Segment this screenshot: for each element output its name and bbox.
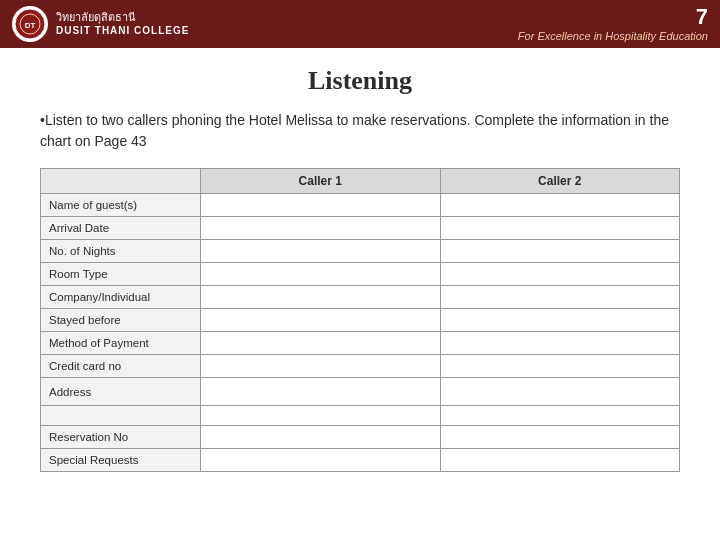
caller2-creditcard bbox=[440, 355, 680, 378]
caller1-name bbox=[201, 194, 441, 217]
logo-text: วิทยาลัยดุสิตธานี DUSIT THANI COLLEGE bbox=[56, 11, 189, 36]
logo-area: DT วิทยาลัยดุสิตธานี DUSIT THANI COLLEGE bbox=[12, 6, 189, 42]
caller1-stayed bbox=[201, 309, 441, 332]
caller2-roomtype bbox=[440, 263, 680, 286]
row-label-nights: No. of Nights bbox=[41, 240, 201, 263]
caller2-address bbox=[440, 378, 680, 406]
table-row: Address bbox=[41, 378, 680, 406]
caller1-address bbox=[201, 378, 441, 406]
caller1-creditcard bbox=[201, 355, 441, 378]
row-label-special: Special Requests bbox=[41, 449, 201, 472]
caller2-name bbox=[440, 194, 680, 217]
table-row: Name of guest(s) bbox=[41, 194, 680, 217]
caller1-address-cont bbox=[201, 406, 441, 426]
row-label-address-cont bbox=[41, 406, 201, 426]
intro-text: •Listen to two callers phoning the Hotel… bbox=[40, 110, 680, 152]
caller1-payment bbox=[201, 332, 441, 355]
row-label-name: Name of guest(s) bbox=[41, 194, 201, 217]
table-header-row: Caller 1 Caller 2 bbox=[41, 169, 680, 194]
caller2-stayed bbox=[440, 309, 680, 332]
caller1-roomtype bbox=[201, 263, 441, 286]
row-label-arrival: Arrival Date bbox=[41, 217, 201, 240]
caller2-payment bbox=[440, 332, 680, 355]
caller1-company bbox=[201, 286, 441, 309]
logo-emblem: DT bbox=[12, 6, 48, 42]
row-label-reservation: Reservation No bbox=[41, 426, 201, 449]
col-header-empty bbox=[41, 169, 201, 194]
caller2-arrival bbox=[440, 217, 680, 240]
page-title: Listening bbox=[40, 66, 680, 96]
row-label-payment: Method of Payment bbox=[41, 332, 201, 355]
table-row: Credit card no bbox=[41, 355, 680, 378]
caller2-special bbox=[440, 449, 680, 472]
caller1-arrival bbox=[201, 217, 441, 240]
table-row bbox=[41, 406, 680, 426]
header: DT วิทยาลัยดุสิตธานี DUSIT THANI COLLEGE… bbox=[0, 0, 720, 48]
row-label-company: Company/Individual bbox=[41, 286, 201, 309]
listening-table: Caller 1 Caller 2 Name of guest(s) Arriv… bbox=[40, 168, 680, 472]
caller2-company bbox=[440, 286, 680, 309]
page-number: 7 bbox=[696, 4, 708, 30]
logo-thai: วิทยาลัยดุสิตธานี bbox=[56, 11, 189, 24]
caller2-reservation bbox=[440, 426, 680, 449]
caller2-nights bbox=[440, 240, 680, 263]
col-header-caller1: Caller 1 bbox=[201, 169, 441, 194]
table-row: Company/Individual bbox=[41, 286, 680, 309]
caller1-reservation bbox=[201, 426, 441, 449]
caller1-special bbox=[201, 449, 441, 472]
col-header-caller2: Caller 2 bbox=[440, 169, 680, 194]
logo-eng: DUSIT THANI COLLEGE bbox=[56, 25, 189, 37]
tagline: For Excellence in Hospitality Education bbox=[518, 30, 708, 42]
row-label-creditcard: Credit card no bbox=[41, 355, 201, 378]
table-row: Reservation No bbox=[41, 426, 680, 449]
main-content: Listening •Listen to two callers phoning… bbox=[0, 48, 720, 482]
table-row: Stayed before bbox=[41, 309, 680, 332]
row-label-roomtype: Room Type bbox=[41, 263, 201, 286]
table-row: No. of Nights bbox=[41, 240, 680, 263]
row-label-address: Address bbox=[41, 378, 201, 406]
caller1-nights bbox=[201, 240, 441, 263]
table-row: Arrival Date bbox=[41, 217, 680, 240]
table-row: Method of Payment bbox=[41, 332, 680, 355]
caller2-address-cont bbox=[440, 406, 680, 426]
row-label-stayed: Stayed before bbox=[41, 309, 201, 332]
table-row: Special Requests bbox=[41, 449, 680, 472]
table-row: Room Type bbox=[41, 263, 680, 286]
svg-text:DT: DT bbox=[25, 21, 36, 30]
